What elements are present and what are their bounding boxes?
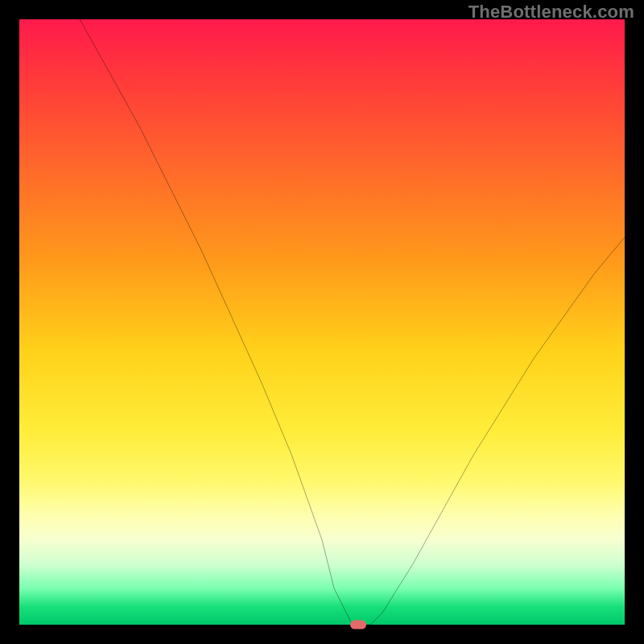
plot-area xyxy=(19,19,625,625)
chart-frame: TheBottleneck.com xyxy=(0,0,644,644)
bottleneck-curve xyxy=(19,19,625,625)
optimum-marker xyxy=(350,621,366,630)
curve-path xyxy=(80,19,625,625)
watermark-text: TheBottleneck.com xyxy=(469,2,634,23)
